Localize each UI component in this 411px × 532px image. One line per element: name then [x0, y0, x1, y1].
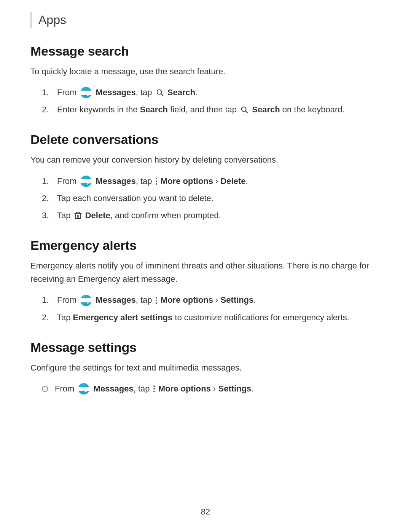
- more-options-bold: More options: [161, 295, 213, 305]
- section-title-delete-conversations: Delete conversations: [30, 132, 381, 147]
- step-content: Tap each conversation you want to delete…: [57, 192, 381, 205]
- dot: [156, 297, 157, 299]
- messages-icon: [80, 87, 92, 98]
- step-content: Tap Emergency alert settings to customiz…: [57, 311, 381, 324]
- section-desc-delete-conversations: You can remove your conversion history b…: [30, 153, 381, 166]
- apps-header: Apps: [30, 11, 381, 29]
- dot: [156, 300, 157, 301]
- section-emergency-alerts: Emergency alerts Emergency alerts notify…: [30, 238, 381, 324]
- step-item: 3. Tap Delete, and confirm when prompted…: [42, 209, 381, 222]
- section-desc-message-search: To quickly locate a message, use the sea…: [30, 65, 381, 78]
- step-content: From Messages, tap More options › Delete…: [57, 174, 381, 188]
- more-options-bold: More options: [158, 384, 211, 393]
- step-item: 1. From Messages, tap More options › Del…: [42, 174, 381, 188]
- step-number: 3.: [42, 209, 57, 222]
- step-item: 1. From Messages, tap More options › Set…: [42, 293, 381, 307]
- step-number: 1.: [42, 86, 57, 99]
- step-item: 2. Tap Emergency alert settings to custo…: [42, 311, 381, 324]
- step-list-delete-conversations: 1. From Messages, tap More options › Del…: [42, 174, 381, 222]
- messages-bold: Messages: [94, 384, 134, 393]
- section-message-settings: Message settings Configure the settings …: [30, 340, 381, 395]
- more-options-icon: [153, 385, 155, 393]
- step-number: 2.: [42, 192, 57, 205]
- messages-bold: Messages: [96, 88, 136, 97]
- messages-icon-inner: [86, 91, 92, 95]
- dot: [156, 181, 157, 182]
- search-field-bold: Search: [140, 105, 168, 114]
- svg-line-1: [161, 94, 163, 96]
- section-title-emergency-alerts: Emergency alerts: [30, 238, 381, 253]
- dot: [153, 388, 155, 390]
- step-item: 1. From Messages, tap Search.: [42, 86, 381, 99]
- step-content: From Messages, tap More options › Settin…: [55, 382, 381, 395]
- more-options-icon: [156, 177, 157, 185]
- dot: [153, 385, 155, 387]
- step-list-message-search: 1. From Messages, tap Search. 2.: [42, 86, 381, 116]
- delete-bold: Delete: [220, 176, 245, 186]
- delete-bold: Delete: [85, 211, 110, 220]
- delete-icon: [74, 211, 82, 220]
- step-content: From Messages, tap More options › Settin…: [57, 293, 381, 307]
- more-options-icon: [156, 296, 157, 305]
- apps-title: Apps: [38, 11, 66, 29]
- dot: [156, 183, 157, 185]
- search-icon: [156, 88, 164, 97]
- messages-icon: [80, 295, 92, 306]
- messages-bold: Messages: [96, 295, 136, 305]
- step-item: 2. Tap each conversation you want to del…: [42, 192, 381, 205]
- more-options-bold: More options: [161, 176, 213, 186]
- page-container: Apps Message search To quickly locate a …: [0, 0, 411, 434]
- messages-icon-inner: [86, 179, 92, 183]
- page-number: 82: [201, 507, 210, 517]
- bullet-item: From Messages, tap More options › Settin…: [42, 382, 381, 395]
- section-delete-conversations: Delete conversations You can remove your…: [30, 132, 381, 222]
- section-desc-message-settings: Configure the settings for text and mult…: [30, 361, 381, 374]
- settings-bold: Settings: [218, 384, 251, 393]
- step-number: 1.: [42, 293, 57, 307]
- bullet-circle-icon: [42, 386, 48, 392]
- step-number: 2.: [42, 103, 57, 116]
- settings-bold: Settings: [220, 295, 253, 305]
- section-desc-emergency-alerts: Emergency alerts notify you of imminent …: [30, 259, 381, 286]
- dot: [156, 302, 157, 304]
- dot: [153, 391, 155, 392]
- messages-bold: Messages: [96, 176, 136, 186]
- search-bold: Search: [167, 88, 195, 97]
- step-number: 1.: [42, 174, 57, 188]
- svg-rect-4: [75, 213, 81, 219]
- step-content: From Messages, tap Search.: [57, 86, 381, 99]
- messages-icon: [80, 176, 92, 187]
- step-content: Tap Delete, and confirm when prompted.: [57, 209, 381, 222]
- dot: [156, 178, 157, 179]
- step-content: Enter keywords in the Search field, and …: [57, 103, 381, 116]
- step-list-emergency-alerts: 1. From Messages, tap More options › Set…: [42, 293, 381, 324]
- apps-border: [30, 11, 32, 29]
- section-title-message-search: Message search: [30, 44, 381, 59]
- messages-icon-inner: [84, 387, 89, 391]
- svg-line-3: [245, 111, 247, 113]
- section-title-message-settings: Message settings: [30, 340, 381, 355]
- messages-icon: [78, 383, 89, 395]
- search-icon: [240, 105, 249, 114]
- messages-icon-inner: [86, 298, 92, 302]
- emergency-alert-settings-bold: Emergency alert settings: [73, 313, 173, 322]
- step-item: 2. Enter keywords in the Search field, a…: [42, 103, 381, 116]
- section-message-search: Message search To quickly locate a messa…: [30, 44, 381, 117]
- search-bold-2: Search: [252, 105, 280, 114]
- step-number: 2.: [42, 311, 57, 324]
